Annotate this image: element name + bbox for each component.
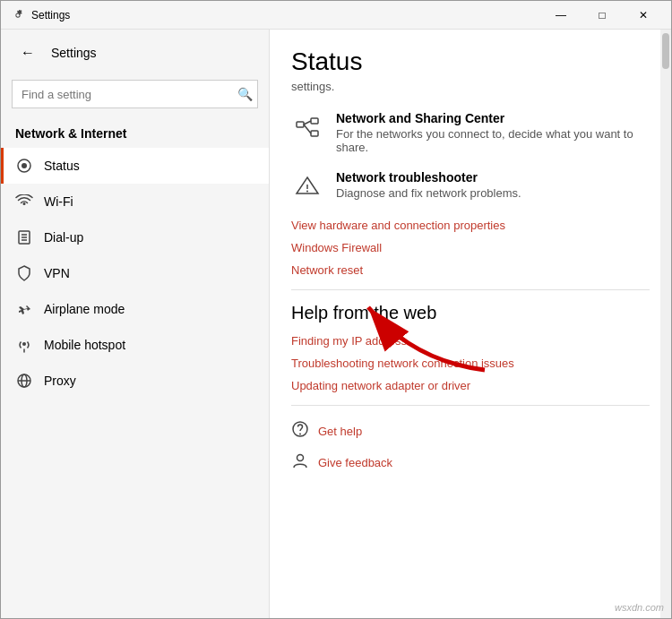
- search-icon-button[interactable]: 🔍: [237, 87, 253, 101]
- sidebar-item-vpn[interactable]: VPN: [1, 255, 269, 291]
- update-adapter-link[interactable]: Updating network adapter or driver: [291, 379, 650, 392]
- troubleshooter-body: Network troubleshooter Diagnose and fix …: [336, 170, 521, 200]
- give-feedback-icon: [291, 451, 309, 474]
- sharing-center-icon: [291, 111, 323, 143]
- title-bar: Settings — □ ✕: [1, 1, 671, 30]
- give-feedback-item: Give feedback: [291, 451, 650, 474]
- gear-icon: [12, 9, 24, 21]
- scrollbar-track[interactable]: [660, 30, 671, 618]
- sidebar-item-wifi-label: Wi-Fi: [44, 194, 73, 209]
- svg-rect-10: [297, 122, 304, 127]
- give-feedback-link[interactable]: Give feedback: [318, 456, 392, 469]
- sidebar-item-dialup-label: Dial-up: [44, 230, 83, 245]
- content-area: ← Settings 🔍 Network & Internet Status: [1, 30, 671, 618]
- vpn-icon: [15, 264, 33, 282]
- troubleshooter-heading: Network troubleshooter: [336, 170, 521, 185]
- sidebar-item-hotspot-label: Mobile hotspot: [44, 338, 125, 352]
- airplane-icon: [15, 300, 33, 318]
- title-text: Settings: [31, 9, 70, 21]
- sharing-center-body: Network and Sharing Center For the netwo…: [336, 111, 650, 154]
- divider: [291, 289, 650, 290]
- sidebar-item-status-label: Status: [44, 159, 80, 173]
- title-bar-left: Settings: [12, 9, 70, 21]
- sidebar-item-proxy-label: Proxy: [44, 374, 76, 388]
- scrollbar-thumb[interactable]: [662, 33, 669, 69]
- sidebar-item-airplane-label: Airplane mode: [44, 302, 125, 316]
- settings-window: Settings — □ ✕ ← Settings 🔍 Network & In…: [0, 0, 672, 619]
- title-bar-controls: — □ ✕: [540, 1, 664, 30]
- find-ip-link[interactable]: Finding my IP address: [291, 334, 650, 348]
- wifi-icon: [15, 193, 33, 211]
- watermark: wsxdn.com: [615, 602, 664, 613]
- get-help-icon: [291, 420, 309, 443]
- help-title: Help from the web: [291, 303, 650, 323]
- search-input[interactable]: [12, 80, 258, 108]
- sidebar-item-dialup[interactable]: Dial-up: [1, 219, 269, 255]
- sidebar-item-proxy[interactable]: Proxy: [1, 363, 269, 399]
- get-help-link[interactable]: Get help: [318, 425, 362, 438]
- dialup-icon: [15, 228, 33, 246]
- sidebar-item-wifi[interactable]: Wi-Fi: [1, 184, 269, 219]
- status-icon: [15, 157, 33, 175]
- minimize-button[interactable]: —: [540, 1, 582, 30]
- sidebar-item-airplane[interactable]: Airplane mode: [1, 291, 269, 327]
- svg-line-13: [304, 121, 311, 125]
- bottom-section: Get help Give feedback: [291, 420, 650, 474]
- sharing-center-desc: For the networks you connect to, decide …: [336, 127, 650, 154]
- hotspot-icon: [15, 336, 33, 354]
- sidebar-item-status[interactable]: Status: [1, 148, 269, 184]
- maximize-button[interactable]: □: [582, 1, 623, 30]
- proxy-icon: [15, 372, 33, 390]
- firewall-link[interactable]: Windows Firewall: [291, 241, 650, 254]
- search-box: 🔍: [12, 80, 258, 108]
- svg-line-14: [304, 125, 311, 133]
- sharing-center-section: Network and Sharing Center For the netwo…: [291, 111, 650, 154]
- network-reset-link[interactable]: Network reset: [291, 263, 650, 277]
- bottom-divider: [291, 405, 650, 406]
- svg-point-19: [299, 434, 301, 435]
- troubleshooter-icon: [291, 170, 323, 202]
- sharing-center-heading: Network and Sharing Center: [336, 111, 650, 125]
- svg-point-16: [306, 191, 308, 193]
- svg-point-1: [22, 163, 27, 168]
- close-button[interactable]: ✕: [623, 1, 664, 30]
- svg-rect-11: [311, 118, 318, 124]
- troubleshoot-connection-link[interactable]: Troubleshooting network connection issue…: [291, 357, 650, 370]
- network-section-label: Network & Internet: [1, 119, 269, 148]
- troubleshooter-desc: Diagnose and fix network problems.: [336, 186, 521, 200]
- sidebar-title-text: Settings: [51, 46, 97, 60]
- sidebar-header: ← Settings: [1, 30, 269, 76]
- subtitle-text: settings.: [291, 80, 650, 93]
- svg-rect-12: [311, 131, 318, 136]
- get-help-item: Get help: [291, 420, 650, 443]
- page-title: Status: [291, 47, 650, 76]
- sidebar: ← Settings 🔍 Network & Internet Status: [1, 30, 270, 618]
- svg-point-20: [297, 455, 304, 461]
- sidebar-item-vpn-label: VPN: [44, 266, 70, 280]
- troubleshooter-section: Network troubleshooter Diagnose and fix …: [291, 170, 650, 202]
- sidebar-item-hotspot[interactable]: Mobile hotspot: [1, 327, 269, 363]
- back-button[interactable]: ←: [15, 40, 40, 65]
- main-content: Status settings. Network and Sharing Cen…: [270, 30, 671, 618]
- hardware-props-link[interactable]: View hardware and connection properties: [291, 219, 650, 232]
